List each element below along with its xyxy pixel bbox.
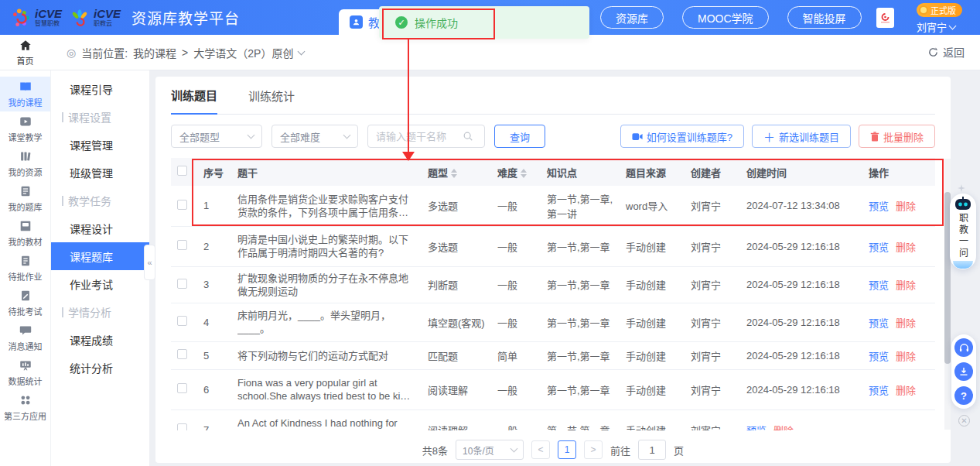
sidebar-item-statistics[interactable]: 数据统计 [0, 355, 50, 390]
wave-decoration [953, 261, 973, 269]
nav-mooc-academy[interactable]: MOOC学院 [682, 6, 769, 29]
menu-section-learning-analysis: 学情分析 [51, 298, 149, 326]
certificate-icon[interactable] [876, 8, 894, 28]
breadcrumb-separator: > [182, 46, 188, 59]
question-type-select[interactable]: 全部题型 [171, 125, 262, 148]
sidebar-item-pending-exams[interactable]: 待批考试 [0, 286, 50, 320]
menu-item-statistical-analysis[interactable]: 统计分析 [51, 354, 149, 382]
logo-group: iCVE 智慧职教 iCVE 职教云 [11, 8, 121, 28]
notebook-icon [19, 184, 32, 198]
search-icon[interactable] [463, 131, 473, 142]
delete-link[interactable]: 删除 [896, 385, 916, 396]
logo-icve-zhijiaoyun: iCVE 职教云 [70, 8, 121, 28]
preview-link[interactable]: 预览 [869, 200, 889, 212]
col-difficulty[interactable]: 难度 [491, 158, 541, 186]
sidebar-item-my-resources[interactable]: 我的资源 [0, 146, 50, 181]
nav-smart-cast[interactable]: 智能投屏 [787, 6, 862, 29]
menu-item-course-guide[interactable]: 课程引导 [51, 75, 149, 103]
sidebar-item-my-courses[interactable]: 我的课程 [0, 77, 50, 111]
menu-item-homework-exams[interactable]: 作业考试 [51, 270, 149, 298]
row-checkbox[interactable] [177, 316, 187, 326]
username[interactable]: 刘宵宁 [917, 19, 955, 34]
assistant-label: 职教一问 [957, 213, 970, 259]
page-size-select[interactable]: 10条/页 [456, 440, 524, 460]
chevron-down-icon [510, 444, 518, 452]
chevron-down-icon[interactable] [298, 47, 306, 55]
menu-item-course-question-bank[interactable]: 课程题库 [51, 242, 149, 270]
delete-link[interactable]: 删除 [896, 279, 916, 291]
table-row: 2 明清是中国小说史上的繁荣时期。以下作品属于明清时期四大名著的有? 多选题 一… [171, 226, 935, 266]
menu-section-teaching-tasks: 教学任务 [51, 187, 149, 214]
breadcrumb-current[interactable]: 大学语文（2P）原创 [193, 45, 293, 60]
current-page-button[interactable]: 1 [558, 440, 576, 459]
table-row: 5 将下列动物与它们的运动方式配对 匹配题 简单 第一节,第一章 手动创建 刘宵… [171, 341, 935, 369]
back-button[interactable]: 返回 [927, 44, 965, 60]
sidebar-item-third-party-apps[interactable]: 第三方应用 [0, 390, 50, 425]
menu-item-class-management[interactable]: 班级管理 [51, 159, 149, 187]
toolbar: 如何设置训练题库? ＋ 新选训练题目 批量删除 [620, 125, 935, 148]
help-button[interactable]: ? [954, 386, 973, 405]
menu-collapse-handle[interactable]: « [144, 245, 155, 280]
logo-subtitle: 职教云 [94, 21, 121, 27]
help-training-bank-button[interactable]: 如何设置训练题库? [620, 125, 744, 148]
prev-page-button[interactable]: < [531, 440, 550, 459]
menu-item-course-grades[interactable]: 课程成绩 [51, 326, 149, 354]
nav-resource-library[interactable]: 资源库 [600, 6, 664, 29]
preview-link[interactable]: 预览 [746, 425, 767, 431]
sort-icon[interactable] [521, 169, 527, 178]
preview-link[interactable]: 预览 [869, 317, 889, 329]
row-checkbox[interactable] [177, 349, 187, 359]
menu-item-course-design[interactable]: 课程设计 [51, 214, 149, 242]
user-block[interactable]: 正式版 刘宵宁 [917, 3, 962, 34]
plus-icon: ＋ [763, 128, 775, 145]
download-button[interactable] [954, 362, 973, 381]
tab-training-questions[interactable]: 训练题目 [171, 87, 217, 115]
version-badge-label: 正式版 [930, 4, 956, 16]
sidebar-item-messages[interactable]: 消息通知 [0, 320, 50, 355]
breadcrumb-path[interactable]: 我的课程 [133, 45, 176, 60]
goto-suffix: 页 [674, 443, 684, 457]
preview-link[interactable]: 预览 [869, 385, 889, 396]
course-menu: 课程引导 课程设置 课程管理 班级管理 教学任务 课程设计 课程题库 作业考试 … [50, 70, 149, 466]
delete-link[interactable]: 删除 [773, 425, 794, 431]
sidebar-item-my-textbooks[interactable]: 我的教材 [0, 216, 50, 251]
preview-link[interactable]: 预览 [869, 351, 889, 362]
add-training-questions-button[interactable]: ＋ 新选训练题目 [752, 125, 851, 148]
chevron-down-icon [949, 22, 957, 29]
row-checkbox[interactable] [177, 200, 187, 210]
delete-link[interactable]: 删除 [896, 242, 916, 253]
icve-swirl-icon [11, 8, 31, 28]
row-checkbox[interactable] [177, 240, 187, 250]
sort-icon[interactable] [451, 169, 457, 178]
assistant-widget[interactable]: 职教一问 [950, 194, 976, 269]
row-checkbox[interactable] [177, 279, 187, 289]
sidebar-item-pending-assignments[interactable]: 待批作业 [0, 251, 50, 286]
row-checkbox[interactable] [177, 383, 187, 393]
question-stem: 扩散现象说明物质的分子在永不停息地做无规则运动 [237, 272, 415, 298]
app-root: { "header": { "logo_primary": { "name": … [0, 0, 980, 466]
query-button[interactable]: 查询 [494, 125, 545, 148]
tab-training-statistics[interactable]: 训练统计 [248, 87, 295, 114]
preview-link[interactable]: 预览 [869, 279, 889, 291]
batch-delete-button[interactable]: 批量删除 [859, 125, 935, 148]
sidebar-item-home[interactable]: 首页 [0, 35, 50, 70]
delete-link[interactable]: 删除 [896, 200, 916, 212]
close-float-icon[interactable]: ✕ [958, 415, 970, 427]
col-type[interactable]: 题型 [422, 158, 491, 186]
col-seq: 序号 [197, 158, 231, 186]
support-headset-button[interactable] [954, 338, 973, 357]
stem-search-input[interactable] [376, 131, 463, 142]
row-checkbox[interactable] [177, 423, 187, 430]
delete-link[interactable]: 删除 [896, 351, 916, 362]
goto-page-input[interactable] [638, 440, 666, 460]
preview-link[interactable]: 预览 [869, 242, 889, 253]
logo-icve-zhihui: iCVE 智慧职教 [11, 8, 62, 28]
sidebar-item-my-question-bank[interactable]: 我的题库 [0, 181, 50, 216]
sidebar-item-classroom-teaching[interactable]: 课堂教学 [0, 111, 50, 146]
menu-item-course-management[interactable]: 课程管理 [51, 131, 149, 159]
difficulty-select[interactable]: 全部难度 [271, 125, 358, 148]
select-all-checkbox[interactable] [177, 166, 187, 176]
apps-grid-icon [19, 393, 32, 407]
next-page-button[interactable]: > [584, 440, 603, 459]
delete-link[interactable]: 删除 [896, 317, 916, 329]
